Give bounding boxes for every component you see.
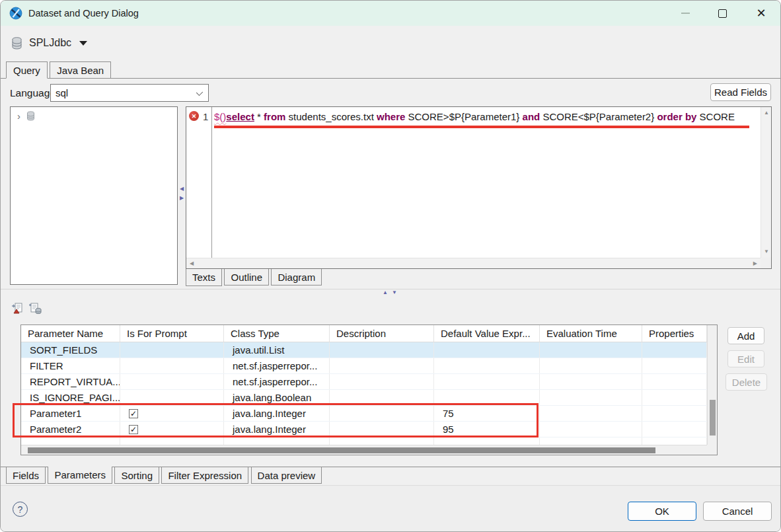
close-button[interactable]: ✕	[746, 1, 776, 26]
horizontal-splitter[interactable]: ▲ ▼	[383, 289, 397, 295]
editor-vertical-scrollbar[interactable]: ▲ ▼	[761, 107, 771, 258]
editor-horizontal-scrollbar[interactable]: ◀ ▶	[186, 258, 761, 268]
table-cell	[120, 342, 224, 358]
is-for-prompt-checkbox[interactable]: ✓	[129, 425, 138, 434]
ok-button[interactable]: OK	[628, 502, 696, 521]
table-row[interactable]: Parameter2✓java.lang.Integer95	[21, 422, 707, 437]
import-parameter-set-icon[interactable]	[28, 302, 42, 315]
tab-outline[interactable]: Outline	[224, 269, 269, 285]
import-parameter-icon[interactable]	[11, 302, 24, 315]
expand-down-icon[interactable]: ▼	[392, 289, 397, 295]
table-cell	[434, 358, 540, 373]
tree-expand-chevron-icon[interactable]: ›	[17, 111, 20, 121]
table-horizontal-scrollbar[interactable]	[21, 445, 707, 455]
column-header[interactable]: Properties	[642, 325, 707, 342]
table-cell	[642, 342, 707, 358]
table-cell	[330, 374, 434, 389]
maximize-button[interactable]	[707, 1, 737, 26]
tab-parameters[interactable]: Parameters	[48, 467, 112, 484]
table-cell: IS_IGNORE_PAGI...	[21, 390, 120, 405]
scroll-right-icon[interactable]: ▶	[753, 261, 757, 266]
tab-diagram[interactable]: Diagram	[271, 269, 322, 285]
tab-query[interactable]: Query	[6, 61, 48, 79]
minimize-button[interactable]	[670, 1, 700, 26]
column-header[interactable]: Is For Prompt	[120, 325, 224, 342]
chevron-down-icon	[196, 89, 203, 96]
sql-token: *	[254, 111, 264, 122]
table-row[interactable]: Parameter1✓java.lang.Integer75	[21, 406, 707, 422]
column-header[interactable]: Description	[330, 325, 434, 342]
table-cell: ✓	[120, 422, 224, 437]
table-cell: Parameter2	[21, 422, 120, 437]
collapse-up-icon[interactable]: ▲	[383, 289, 388, 295]
tab-fields[interactable]: Fields	[6, 467, 46, 484]
sql-code-line[interactable]: $()select * from students_scores.txt whe…	[214, 111, 735, 122]
scrollbar-thumb[interactable]	[28, 447, 655, 453]
close-icon: ✕	[756, 7, 766, 19]
table-cell	[434, 342, 540, 358]
table-cell	[330, 437, 434, 445]
tab-sorting[interactable]: Sorting	[114, 467, 159, 484]
language-value: sql	[56, 87, 68, 98]
sql-token: $()	[214, 111, 226, 122]
table-row[interactable]: FILTERnet.sf.jasperrepor...	[21, 358, 707, 374]
database-icon	[26, 111, 35, 121]
error-icon: ✕	[189, 111, 199, 121]
sql-token: where	[377, 111, 405, 122]
edit-button[interactable]: Edit	[727, 350, 764, 367]
expand-right-icon[interactable]: ▶	[180, 194, 184, 203]
table-cell	[21, 437, 120, 445]
table-cell	[330, 422, 434, 437]
scroll-up-icon[interactable]: ▲	[764, 110, 769, 116]
scrollbar-corner	[761, 258, 771, 268]
tab-java-bean[interactable]: Java Bean	[50, 61, 111, 79]
database-tree-panel: ›	[10, 106, 178, 285]
table-cell: java.util.List	[224, 342, 330, 358]
table-row[interactable]: SORT_FIELDSjava.util.List	[21, 342, 707, 358]
table-cell	[434, 374, 540, 389]
read-fields-button[interactable]: Read Fields	[710, 83, 771, 101]
table-cell: 75	[434, 406, 540, 421]
is-for-prompt-checkbox[interactable]: ✓	[129, 409, 138, 418]
scrollbar-thumb[interactable]	[710, 400, 716, 436]
table-row[interactable]: IS_IGNORE_PAGI...java.lang.Boolean	[21, 390, 707, 406]
data-adapter-name: SPLJdbc	[29, 37, 71, 49]
column-header[interactable]: Parameter Name	[21, 325, 120, 342]
table-cell	[330, 406, 434, 421]
column-header[interactable]: Evaluation Time	[540, 325, 642, 342]
table-cell: REPORT_VIRTUA...	[21, 374, 120, 389]
language-select[interactable]: sql	[50, 84, 209, 102]
panel-splitter[interactable]: ◀ ▶	[178, 184, 186, 203]
app-icon	[9, 7, 22, 20]
scrollbar-corner	[707, 445, 717, 455]
table-cell: java.lang.Integer	[224, 406, 330, 421]
table-vertical-scrollbar[interactable]	[707, 325, 717, 445]
table-cell	[120, 358, 224, 373]
table-cell	[642, 374, 707, 389]
scroll-left-icon[interactable]: ◀	[190, 261, 194, 266]
tab-data-preview[interactable]: Data preview	[251, 467, 322, 484]
tab-texts[interactable]: Texts	[186, 269, 222, 286]
parameters-table[interactable]: Parameter NameIs For PromptClass TypeDes…	[20, 324, 718, 455]
tab-filter-expression[interactable]: Filter Expression	[161, 467, 248, 484]
tree-item-database[interactable]: ›	[11, 107, 177, 121]
cancel-button[interactable]: Cancel	[703, 502, 772, 521]
sql-token: select	[226, 111, 254, 122]
sql-token: order by	[657, 111, 696, 122]
table-row[interactable]: REPORT_VIRTUA...net.sf.jasperrepor...	[21, 374, 707, 390]
sql-token: SCORE	[696, 111, 735, 122]
help-button[interactable]: ?	[13, 502, 28, 517]
column-header[interactable]: Default Value Expr...	[434, 325, 540, 342]
sql-token: from	[264, 111, 285, 122]
chevron-down-icon[interactable]	[79, 41, 87, 46]
collapse-left-icon[interactable]: ◀	[180, 184, 184, 194]
add-button[interactable]: Add	[727, 327, 764, 344]
delete-button[interactable]: Delete	[725, 373, 767, 391]
data-adapter-selector[interactable]: SPLJdbc	[1, 31, 780, 55]
table-cell	[120, 374, 224, 389]
table-cell	[120, 437, 224, 445]
sql-editor[interactable]: ✕ 1 $()select * from students_scores.txt…	[186, 106, 772, 269]
table-cell	[540, 358, 642, 373]
column-header[interactable]: Class Type	[224, 325, 330, 342]
scroll-down-icon[interactable]: ▼	[764, 249, 769, 254]
